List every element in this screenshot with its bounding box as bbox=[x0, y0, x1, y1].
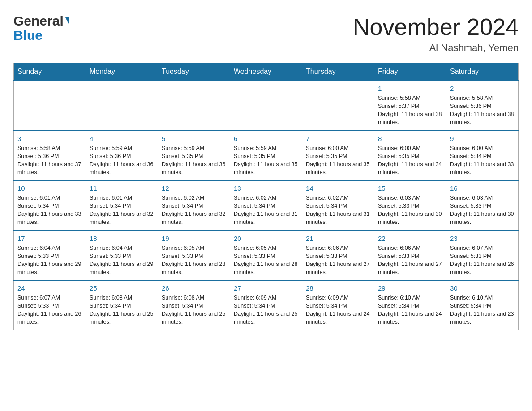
day-number: 25 bbox=[90, 284, 154, 292]
table-row: 6Sunrise: 5:59 AM Sunset: 5:35 PM Daylig… bbox=[230, 131, 302, 181]
table-row: 13Sunrise: 6:02 AM Sunset: 5:34 PM Dayli… bbox=[230, 180, 302, 231]
table-row: 20Sunrise: 6:05 AM Sunset: 5:33 PM Dayli… bbox=[230, 231, 302, 281]
day-number: 21 bbox=[306, 235, 370, 242]
day-info: Sunrise: 5:58 AM Sunset: 5:36 PM Dayligh… bbox=[450, 94, 515, 127]
day-info: Sunrise: 6:09 AM Sunset: 5:34 PM Dayligh… bbox=[234, 294, 298, 326]
logo: General Blue bbox=[13, 13, 69, 43]
day-number: 1 bbox=[378, 85, 442, 92]
weekday-header-tuesday: Tuesday bbox=[158, 63, 230, 81]
table-row: 3Sunrise: 5:58 AM Sunset: 5:36 PM Daylig… bbox=[14, 131, 86, 181]
day-info: Sunrise: 6:03 AM Sunset: 5:33 PM Dayligh… bbox=[378, 194, 442, 227]
day-info: Sunrise: 6:01 AM Sunset: 5:34 PM Dayligh… bbox=[17, 194, 82, 227]
table-row: 9Sunrise: 6:00 AM Sunset: 5:34 PM Daylig… bbox=[446, 131, 519, 181]
weekday-header-friday: Friday bbox=[374, 63, 446, 81]
day-info: Sunrise: 6:10 AM Sunset: 5:34 PM Dayligh… bbox=[378, 294, 442, 326]
table-row: 8Sunrise: 6:00 AM Sunset: 5:35 PM Daylig… bbox=[374, 131, 446, 181]
day-number: 22 bbox=[378, 235, 442, 242]
table-row: 4Sunrise: 5:59 AM Sunset: 5:36 PM Daylig… bbox=[86, 131, 158, 181]
weekday-header-thursday: Thursday bbox=[302, 63, 374, 81]
day-info: Sunrise: 6:07 AM Sunset: 5:33 PM Dayligh… bbox=[450, 244, 515, 277]
day-info: Sunrise: 6:08 AM Sunset: 5:34 PM Dayligh… bbox=[162, 294, 226, 326]
day-number: 5 bbox=[162, 135, 226, 142]
table-row: 21Sunrise: 6:06 AM Sunset: 5:33 PM Dayli… bbox=[302, 231, 374, 281]
day-info: Sunrise: 6:04 AM Sunset: 5:33 PM Dayligh… bbox=[90, 244, 154, 277]
table-row: 29Sunrise: 6:10 AM Sunset: 5:34 PM Dayli… bbox=[374, 280, 446, 330]
day-info: Sunrise: 6:10 AM Sunset: 5:34 PM Dayligh… bbox=[450, 294, 515, 326]
table-row: 2Sunrise: 5:58 AM Sunset: 5:36 PM Daylig… bbox=[446, 81, 519, 131]
weekday-header-monday: Monday bbox=[86, 63, 158, 81]
table-row: 19Sunrise: 6:05 AM Sunset: 5:33 PM Dayli… bbox=[158, 231, 230, 281]
table-row: 23Sunrise: 6:07 AM Sunset: 5:33 PM Dayli… bbox=[446, 231, 519, 281]
day-info: Sunrise: 6:00 AM Sunset: 5:35 PM Dayligh… bbox=[378, 144, 442, 177]
day-number: 2 bbox=[450, 85, 515, 92]
table-row: 15Sunrise: 6:03 AM Sunset: 5:33 PM Dayli… bbox=[374, 180, 446, 231]
day-number: 6 bbox=[234, 135, 298, 142]
day-info: Sunrise: 6:09 AM Sunset: 5:34 PM Dayligh… bbox=[306, 294, 370, 326]
day-info: Sunrise: 6:00 AM Sunset: 5:35 PM Dayligh… bbox=[306, 144, 370, 177]
table-row bbox=[14, 81, 86, 131]
logo-blue-text: Blue bbox=[13, 28, 43, 43]
calendar-week-1: 1Sunrise: 5:58 AM Sunset: 5:37 PM Daylig… bbox=[14, 81, 519, 131]
table-row bbox=[230, 81, 302, 131]
table-row: 1Sunrise: 5:58 AM Sunset: 5:37 PM Daylig… bbox=[374, 81, 446, 131]
day-number: 29 bbox=[378, 284, 442, 292]
day-info: Sunrise: 6:02 AM Sunset: 5:34 PM Dayligh… bbox=[162, 194, 226, 227]
calendar-week-4: 17Sunrise: 6:04 AM Sunset: 5:33 PM Dayli… bbox=[14, 231, 519, 281]
day-number: 28 bbox=[306, 284, 370, 292]
day-number: 18 bbox=[90, 235, 154, 242]
day-number: 3 bbox=[17, 135, 82, 142]
day-number: 10 bbox=[17, 184, 82, 192]
calendar-table: SundayMondayTuesdayWednesdayThursdayFrid… bbox=[13, 63, 519, 330]
calendar-header: SundayMondayTuesdayWednesdayThursdayFrid… bbox=[14, 63, 519, 81]
day-info: Sunrise: 6:08 AM Sunset: 5:34 PM Dayligh… bbox=[90, 294, 154, 326]
table-row: 10Sunrise: 6:01 AM Sunset: 5:34 PM Dayli… bbox=[14, 180, 86, 231]
day-number: 26 bbox=[162, 284, 226, 292]
day-info: Sunrise: 5:59 AM Sunset: 5:35 PM Dayligh… bbox=[234, 144, 298, 177]
table-row bbox=[158, 81, 230, 131]
weekday-header-saturday: Saturday bbox=[446, 63, 519, 81]
day-info: Sunrise: 5:59 AM Sunset: 5:35 PM Dayligh… bbox=[162, 144, 226, 177]
day-number: 24 bbox=[17, 284, 82, 292]
weekday-header-sunday: Sunday bbox=[14, 63, 86, 81]
table-row bbox=[86, 81, 158, 131]
table-row: 7Sunrise: 6:00 AM Sunset: 5:35 PM Daylig… bbox=[302, 131, 374, 181]
day-number: 14 bbox=[306, 184, 370, 192]
table-row: 12Sunrise: 6:02 AM Sunset: 5:34 PM Dayli… bbox=[158, 180, 230, 231]
day-info: Sunrise: 6:05 AM Sunset: 5:33 PM Dayligh… bbox=[234, 244, 298, 277]
table-row: 18Sunrise: 6:04 AM Sunset: 5:33 PM Dayli… bbox=[86, 231, 158, 281]
day-info: Sunrise: 6:07 AM Sunset: 5:33 PM Dayligh… bbox=[17, 294, 82, 326]
weekday-header-wednesday: Wednesday bbox=[230, 63, 302, 81]
table-row: 16Sunrise: 6:03 AM Sunset: 5:33 PM Dayli… bbox=[446, 180, 519, 231]
day-number: 15 bbox=[378, 184, 442, 192]
day-info: Sunrise: 6:01 AM Sunset: 5:34 PM Dayligh… bbox=[90, 194, 154, 227]
day-number: 7 bbox=[306, 135, 370, 142]
day-number: 19 bbox=[162, 235, 226, 242]
day-info: Sunrise: 6:03 AM Sunset: 5:33 PM Dayligh… bbox=[450, 194, 515, 227]
day-info: Sunrise: 6:02 AM Sunset: 5:34 PM Dayligh… bbox=[306, 194, 370, 227]
calendar-week-5: 24Sunrise: 6:07 AM Sunset: 5:33 PM Dayli… bbox=[14, 280, 519, 330]
calendar-title: November 2024 bbox=[353, 13, 519, 40]
day-number: 20 bbox=[234, 235, 298, 242]
table-row: 26Sunrise: 6:08 AM Sunset: 5:34 PM Dayli… bbox=[158, 280, 230, 330]
day-number: 16 bbox=[450, 184, 515, 192]
table-row: 11Sunrise: 6:01 AM Sunset: 5:34 PM Dayli… bbox=[86, 180, 158, 231]
logo-general-text: General bbox=[13, 13, 64, 29]
day-number: 9 bbox=[450, 135, 515, 142]
day-info: Sunrise: 6:04 AM Sunset: 5:33 PM Dayligh… bbox=[17, 244, 82, 277]
day-info: Sunrise: 6:06 AM Sunset: 5:33 PM Dayligh… bbox=[378, 244, 442, 277]
day-info: Sunrise: 6:02 AM Sunset: 5:34 PM Dayligh… bbox=[234, 194, 298, 227]
day-info: Sunrise: 5:58 AM Sunset: 5:36 PM Dayligh… bbox=[17, 144, 82, 177]
calendar-week-3: 10Sunrise: 6:01 AM Sunset: 5:34 PM Dayli… bbox=[14, 180, 519, 231]
day-number: 30 bbox=[450, 284, 515, 292]
day-number: 17 bbox=[17, 235, 82, 242]
table-row bbox=[302, 81, 374, 131]
day-info: Sunrise: 5:59 AM Sunset: 5:36 PM Dayligh… bbox=[90, 144, 154, 177]
title-block: November 2024 Al Nashmah, Yemen bbox=[353, 13, 519, 54]
calendar-subtitle: Al Nashmah, Yemen bbox=[353, 42, 519, 54]
calendar-body: 1Sunrise: 5:58 AM Sunset: 5:37 PM Daylig… bbox=[14, 81, 519, 330]
table-row: 27Sunrise: 6:09 AM Sunset: 5:34 PM Dayli… bbox=[230, 280, 302, 330]
table-row: 28Sunrise: 6:09 AM Sunset: 5:34 PM Dayli… bbox=[302, 280, 374, 330]
table-row: 17Sunrise: 6:04 AM Sunset: 5:33 PM Dayli… bbox=[14, 231, 86, 281]
table-row: 14Sunrise: 6:02 AM Sunset: 5:34 PM Dayli… bbox=[302, 180, 374, 231]
day-info: Sunrise: 6:00 AM Sunset: 5:34 PM Dayligh… bbox=[450, 144, 515, 177]
